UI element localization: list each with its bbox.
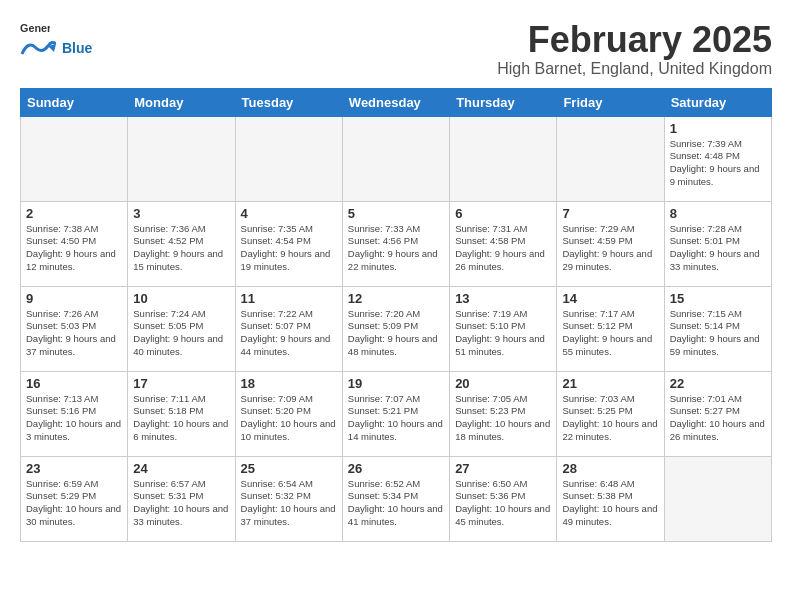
calendar-week-row: 16Sunrise: 7:13 AM Sunset: 5:16 PM Dayli…	[21, 371, 772, 456]
day-number: 11	[241, 291, 337, 306]
calendar-week-row: 1Sunrise: 7:39 AM Sunset: 4:48 PM Daylig…	[21, 116, 772, 201]
day-number: 19	[348, 376, 444, 391]
day-info: Sunrise: 7:38 AM Sunset: 4:50 PM Dayligh…	[26, 223, 122, 274]
calendar-cell	[235, 116, 342, 201]
day-info: Sunrise: 7:39 AM Sunset: 4:48 PM Dayligh…	[670, 138, 766, 189]
day-info: Sunrise: 7:29 AM Sunset: 4:59 PM Dayligh…	[562, 223, 658, 274]
day-number: 12	[348, 291, 444, 306]
day-number: 21	[562, 376, 658, 391]
day-info: Sunrise: 6:50 AM Sunset: 5:36 PM Dayligh…	[455, 478, 551, 529]
day-number: 2	[26, 206, 122, 221]
calendar-cell: 10Sunrise: 7:24 AM Sunset: 5:05 PM Dayli…	[128, 286, 235, 371]
day-info: Sunrise: 7:24 AM Sunset: 5:05 PM Dayligh…	[133, 308, 229, 359]
calendar-cell: 19Sunrise: 7:07 AM Sunset: 5:21 PM Dayli…	[342, 371, 449, 456]
calendar-cell: 15Sunrise: 7:15 AM Sunset: 5:14 PM Dayli…	[664, 286, 771, 371]
day-number: 23	[26, 461, 122, 476]
calendar-cell: 13Sunrise: 7:19 AM Sunset: 5:10 PM Dayli…	[450, 286, 557, 371]
day-number: 3	[133, 206, 229, 221]
day-info: Sunrise: 7:35 AM Sunset: 4:54 PM Dayligh…	[241, 223, 337, 274]
calendar-cell: 4Sunrise: 7:35 AM Sunset: 4:54 PM Daylig…	[235, 201, 342, 286]
day-number: 28	[562, 461, 658, 476]
day-info: Sunrise: 7:36 AM Sunset: 4:52 PM Dayligh…	[133, 223, 229, 274]
day-info: Sunrise: 7:33 AM Sunset: 4:56 PM Dayligh…	[348, 223, 444, 274]
logo-blue-text: Blue	[60, 40, 92, 56]
calendar-cell: 22Sunrise: 7:01 AM Sunset: 5:27 PM Dayli…	[664, 371, 771, 456]
calendar-cell	[342, 116, 449, 201]
month-title: February 2025	[497, 20, 772, 60]
calendar-cell: 14Sunrise: 7:17 AM Sunset: 5:12 PM Dayli…	[557, 286, 664, 371]
calendar-cell: 6Sunrise: 7:31 AM Sunset: 4:58 PM Daylig…	[450, 201, 557, 286]
calendar-header-sunday: Sunday	[21, 88, 128, 116]
day-info: Sunrise: 7:15 AM Sunset: 5:14 PM Dayligh…	[670, 308, 766, 359]
day-number: 26	[348, 461, 444, 476]
calendar-cell: 28Sunrise: 6:48 AM Sunset: 5:38 PM Dayli…	[557, 456, 664, 541]
page: General Blue February 2025 High Barnet, …	[0, 0, 792, 552]
day-number: 27	[455, 461, 551, 476]
day-number: 16	[26, 376, 122, 391]
calendar-cell	[128, 116, 235, 201]
calendar-header-monday: Monday	[128, 88, 235, 116]
calendar-header-friday: Friday	[557, 88, 664, 116]
calendar-week-row: 9Sunrise: 7:26 AM Sunset: 5:03 PM Daylig…	[21, 286, 772, 371]
day-info: Sunrise: 6:48 AM Sunset: 5:38 PM Dayligh…	[562, 478, 658, 529]
calendar-header-wednesday: Wednesday	[342, 88, 449, 116]
calendar-header-row: SundayMondayTuesdayWednesdayThursdayFrid…	[21, 88, 772, 116]
calendar-cell	[21, 116, 128, 201]
location-text: High Barnet, England, United Kingdom	[497, 60, 772, 78]
calendar-cell: 16Sunrise: 7:13 AM Sunset: 5:16 PM Dayli…	[21, 371, 128, 456]
day-number: 5	[348, 206, 444, 221]
calendar-cell: 9Sunrise: 7:26 AM Sunset: 5:03 PM Daylig…	[21, 286, 128, 371]
day-info: Sunrise: 7:11 AM Sunset: 5:18 PM Dayligh…	[133, 393, 229, 444]
day-number: 20	[455, 376, 551, 391]
calendar-cell: 1Sunrise: 7:39 AM Sunset: 4:48 PM Daylig…	[664, 116, 771, 201]
day-info: Sunrise: 7:19 AM Sunset: 5:10 PM Dayligh…	[455, 308, 551, 359]
calendar-cell	[664, 456, 771, 541]
day-info: Sunrise: 7:01 AM Sunset: 5:27 PM Dayligh…	[670, 393, 766, 444]
day-number: 8	[670, 206, 766, 221]
day-info: Sunrise: 7:20 AM Sunset: 5:09 PM Dayligh…	[348, 308, 444, 359]
day-number: 17	[133, 376, 229, 391]
calendar-cell: 17Sunrise: 7:11 AM Sunset: 5:18 PM Dayli…	[128, 371, 235, 456]
calendar-cell: 3Sunrise: 7:36 AM Sunset: 4:52 PM Daylig…	[128, 201, 235, 286]
day-number: 9	[26, 291, 122, 306]
day-info: Sunrise: 7:26 AM Sunset: 5:03 PM Dayligh…	[26, 308, 122, 359]
calendar-header-saturday: Saturday	[664, 88, 771, 116]
general-blue-icon: General	[20, 20, 50, 38]
day-info: Sunrise: 7:05 AM Sunset: 5:23 PM Dayligh…	[455, 393, 551, 444]
calendar-cell: 2Sunrise: 7:38 AM Sunset: 4:50 PM Daylig…	[21, 201, 128, 286]
day-number: 24	[133, 461, 229, 476]
calendar-cell: 12Sunrise: 7:20 AM Sunset: 5:09 PM Dayli…	[342, 286, 449, 371]
calendar-cell: 24Sunrise: 6:57 AM Sunset: 5:31 PM Dayli…	[128, 456, 235, 541]
day-number: 15	[670, 291, 766, 306]
svg-text:General: General	[20, 22, 50, 34]
day-number: 18	[241, 376, 337, 391]
calendar-cell: 20Sunrise: 7:05 AM Sunset: 5:23 PM Dayli…	[450, 371, 557, 456]
day-info: Sunrise: 7:07 AM Sunset: 5:21 PM Dayligh…	[348, 393, 444, 444]
calendar-week-row: 2Sunrise: 7:38 AM Sunset: 4:50 PM Daylig…	[21, 201, 772, 286]
calendar-cell: 21Sunrise: 7:03 AM Sunset: 5:25 PM Dayli…	[557, 371, 664, 456]
day-info: Sunrise: 7:22 AM Sunset: 5:07 PM Dayligh…	[241, 308, 337, 359]
day-info: Sunrise: 7:03 AM Sunset: 5:25 PM Dayligh…	[562, 393, 658, 444]
header: General Blue February 2025 High Barnet, …	[20, 20, 772, 78]
calendar-cell: 8Sunrise: 7:28 AM Sunset: 5:01 PM Daylig…	[664, 201, 771, 286]
day-number: 1	[670, 121, 766, 136]
day-info: Sunrise: 6:52 AM Sunset: 5:34 PM Dayligh…	[348, 478, 444, 529]
day-number: 4	[241, 206, 337, 221]
calendar-cell	[450, 116, 557, 201]
day-info: Sunrise: 7:13 AM Sunset: 5:16 PM Dayligh…	[26, 393, 122, 444]
calendar-cell: 7Sunrise: 7:29 AM Sunset: 4:59 PM Daylig…	[557, 201, 664, 286]
day-info: Sunrise: 7:31 AM Sunset: 4:58 PM Dayligh…	[455, 223, 551, 274]
calendar-cell: 18Sunrise: 7:09 AM Sunset: 5:20 PM Dayli…	[235, 371, 342, 456]
day-number: 10	[133, 291, 229, 306]
day-number: 14	[562, 291, 658, 306]
logo: General Blue	[20, 20, 92, 60]
day-info: Sunrise: 7:17 AM Sunset: 5:12 PM Dayligh…	[562, 308, 658, 359]
calendar-cell: 27Sunrise: 6:50 AM Sunset: 5:36 PM Dayli…	[450, 456, 557, 541]
title-section: February 2025 High Barnet, England, Unit…	[497, 20, 772, 78]
day-info: Sunrise: 6:57 AM Sunset: 5:31 PM Dayligh…	[133, 478, 229, 529]
day-info: Sunrise: 7:09 AM Sunset: 5:20 PM Dayligh…	[241, 393, 337, 444]
day-number: 22	[670, 376, 766, 391]
calendar-cell: 26Sunrise: 6:52 AM Sunset: 5:34 PM Dayli…	[342, 456, 449, 541]
calendar-cell: 5Sunrise: 7:33 AM Sunset: 4:56 PM Daylig…	[342, 201, 449, 286]
day-number: 7	[562, 206, 658, 221]
